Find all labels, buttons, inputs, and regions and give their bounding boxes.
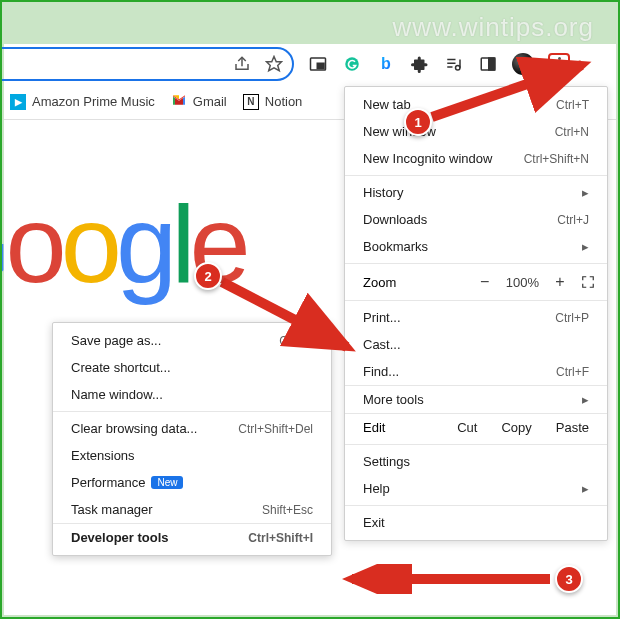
menu-help[interactable]: Help▸: [345, 475, 607, 502]
submenu-name-window[interactable]: Name window...: [53, 381, 331, 408]
pip-icon[interactable]: [308, 54, 328, 74]
bookmark-gmail[interactable]: Gmail: [171, 92, 227, 111]
bookmark-amazon-prime-music[interactable]: ▶ Amazon Prime Music: [10, 94, 155, 110]
callout-2: 2: [194, 262, 222, 290]
bookmark-label: Notion: [265, 94, 303, 109]
menu-cast[interactable]: Cast...: [345, 331, 607, 358]
menu-downloads[interactable]: DownloadsCtrl+J: [345, 206, 607, 233]
zoom-label: Zoom: [363, 275, 396, 290]
menu-exit[interactable]: Exit: [345, 509, 607, 536]
prime-icon: ▶: [10, 94, 26, 110]
svg-marker-0: [267, 57, 282, 71]
menu-separator: [345, 263, 607, 264]
menu-zoom-row: Zoom − 100% +: [345, 267, 607, 297]
new-badge: New: [151, 476, 183, 489]
callout-1: 1: [404, 108, 432, 136]
address-bar[interactable]: [0, 47, 294, 81]
chevron-right-icon: ▸: [582, 239, 589, 254]
paste-button[interactable]: Paste: [556, 420, 589, 435]
svg-rect-2: [317, 63, 324, 68]
grammarly-icon[interactable]: [342, 54, 362, 74]
notion-icon: N: [243, 94, 259, 110]
cut-button[interactable]: Cut: [457, 420, 477, 435]
svg-line-11: [432, 65, 582, 117]
svg-line-13: [222, 282, 347, 347]
share-icon[interactable]: [232, 54, 252, 74]
watermark-text: www.wintips.org: [393, 12, 594, 43]
chrome-main-menu: New tabCtrl+T New windowCtrl+N New Incog…: [344, 86, 608, 541]
fullscreen-icon[interactable]: [581, 275, 595, 289]
menu-bookmarks[interactable]: Bookmarks▸: [345, 233, 607, 260]
bookmark-label: Gmail: [193, 94, 227, 109]
arrow-2: [212, 272, 362, 362]
star-icon[interactable]: [264, 54, 284, 74]
bing-icon[interactable]: b: [376, 54, 396, 74]
menu-settings[interactable]: Settings: [345, 448, 607, 475]
zoom-in-button[interactable]: +: [553, 273, 567, 291]
menu-separator: [345, 300, 607, 301]
menu-incognito[interactable]: New Incognito windowCtrl+Shift+N: [345, 145, 607, 172]
arrow-1: [422, 57, 602, 127]
chevron-right-icon: ▸: [582, 185, 589, 200]
menu-find[interactable]: Find...Ctrl+F: [345, 358, 607, 385]
menu-separator: [345, 444, 607, 445]
submenu-clear-data[interactable]: Clear browsing data...Ctrl+Shift+Del: [53, 415, 331, 442]
callout-3: 3: [555, 565, 583, 593]
menu-more-tools[interactable]: More tools▸: [345, 385, 607, 414]
copy-button[interactable]: Copy: [501, 420, 531, 435]
menu-history[interactable]: History▸: [345, 179, 607, 206]
menu-separator: [345, 175, 607, 176]
edit-label: Edit: [363, 420, 385, 435]
zoom-out-button[interactable]: −: [478, 273, 492, 291]
gmail-icon: [171, 92, 187, 111]
menu-edit-row: Edit Cut Copy Paste: [345, 414, 607, 441]
menu-separator: [345, 505, 607, 506]
chevron-right-icon: ▸: [582, 392, 589, 407]
chevron-right-icon: ▸: [582, 481, 589, 496]
zoom-value: 100%: [506, 275, 539, 290]
submenu-developer-tools[interactable]: Developer toolsCtrl+Shift+I: [53, 523, 331, 551]
submenu-extensions[interactable]: Extensions: [53, 442, 331, 469]
bookmark-notion[interactable]: N Notion: [243, 94, 303, 110]
submenu-task-manager[interactable]: Task managerShift+Esc: [53, 496, 331, 523]
menu-print[interactable]: Print...Ctrl+P: [345, 304, 607, 331]
bookmark-label: Amazon Prime Music: [32, 94, 155, 109]
menu-separator: [53, 411, 331, 412]
arrow-3: [340, 564, 560, 594]
submenu-performance[interactable]: PerformanceNew: [53, 469, 331, 496]
